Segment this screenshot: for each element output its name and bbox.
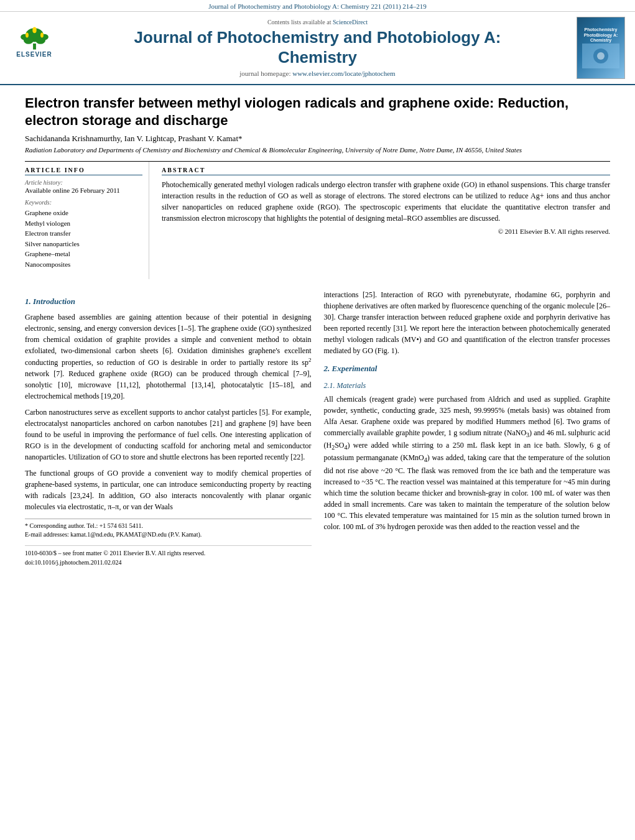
body-content: 1. Introduction Graphene based assemblie…	[25, 289, 610, 567]
homepage-text: journal homepage:	[239, 70, 290, 77]
intro-para-1: Graphene based assemblies are gaining at…	[25, 312, 312, 402]
sciencedirect-link[interactable]: ScienceDirect	[333, 19, 368, 25]
intro-para-2: Carbon nanostructures serve as excellent…	[25, 407, 312, 463]
svg-point-8	[40, 32, 44, 37]
history-label: Article history:	[25, 179, 142, 186]
copyright-line: © 2011 Elsevier B.V. All rights reserved…	[162, 228, 610, 235]
elsevier-wordmark: ELSEVIER	[16, 51, 52, 58]
journal-title-line2: Chemistry	[278, 48, 357, 67]
journal-homepage: journal homepage: www.elsevier.com/locat…	[68, 70, 567, 77]
doi-line: doi:10.1016/j.jphotochem.2011.02.024	[25, 558, 312, 567]
available-online: Available online 26 February 2011	[25, 187, 142, 194]
contents-text: Contents lists available at	[267, 19, 331, 25]
svg-point-7	[25, 32, 29, 37]
journal-title-line1: Journal of Photochemistry and Photobiolo…	[134, 28, 501, 47]
journal-header: ELSEVIER Contents lists available at Sci…	[0, 12, 635, 85]
bottom-bar: 1010-6030/$ – see front matter © 2011 El…	[25, 545, 312, 567]
abstract-col: ABSTRACT Photochemically generated methy…	[155, 162, 610, 279]
article-info-label: ARTICLE INFO	[25, 167, 142, 175]
cover-image-icon	[582, 44, 619, 68]
journal-cover: Photochemistry PhotoBiology A: Chemistry	[577, 17, 625, 79]
svg-point-6	[32, 27, 36, 34]
section2-sub1-heading: 2.1. Materials	[324, 380, 611, 391]
authors-line: Sachidananda Krishnamurthy, Ian V. Light…	[25, 134, 610, 144]
journal-cover-area: Photochemistry PhotoBiology A: Chemistry	[573, 17, 629, 79]
abstract-label: ABSTRACT	[162, 167, 610, 175]
cover-title-text: Photochemistry PhotoBiology A: Chemistry	[580, 27, 622, 43]
keywords-section: Keywords: Graphene oxide Methyl viologen…	[25, 199, 142, 269]
keywords-label: Keywords:	[25, 199, 142, 206]
elsevier-logo	[9, 17, 59, 51]
authors-text: Sachidananda Krishnamurthy, Ian V. Light…	[25, 134, 243, 143]
section2-heading: 2. Experimental	[324, 362, 611, 375]
body-col-right: interactions [25]. Interaction of RGO wi…	[324, 289, 611, 567]
materials-para: All chemicals (reagent grade) were purch…	[324, 394, 611, 532]
article-info-col: ARTICLE INFO Article history: Available …	[25, 162, 149, 279]
body-col-left: 1. Introduction Graphene based assemblie…	[25, 289, 312, 567]
elsevier-tree-icon	[17, 26, 52, 51]
intro-para-3: The functional groups of GO provide a co…	[25, 468, 312, 512]
journal-bar: Journal of Photochemistry and Photobiolo…	[0, 0, 635, 12]
article-title: Electron transfer between methyl viologe…	[25, 95, 610, 129]
elsevier-logo-area: ELSEVIER	[6, 17, 62, 79]
footnote-email: E-mail addresses: kamat.1@nd.edu, PKAMAT…	[25, 530, 312, 539]
article-info-abstract: ARTICLE INFO Article history: Available …	[25, 161, 610, 279]
footnote-section: * Corresponding author. Tel.: +1 574 631…	[25, 519, 312, 539]
keyword-1: Graphene oxide	[25, 208, 142, 218]
keyword-6: Nanocomposites	[25, 259, 142, 270]
article-history: Article history: Available online 26 Feb…	[25, 179, 142, 194]
main-content: Electron transfer between methyl viologe…	[0, 85, 635, 576]
footnote-star: * Corresponding author. Tel.: +1 574 631…	[25, 522, 312, 530]
keyword-3: Electron transfer	[25, 228, 142, 239]
abstract-text: Photochemically generated methyl viologe…	[162, 179, 610, 224]
intro-para-right-1: interactions [25]. Interaction of RGO wi…	[324, 289, 611, 356]
svg-rect-0	[33, 44, 36, 50]
keyword-5: Graphene–metal	[25, 249, 142, 259]
svg-point-11	[597, 52, 605, 60]
contents-line: Contents lists available at ScienceDirec…	[68, 19, 567, 25]
issn-line: 1010-6030/$ – see front matter © 2011 El…	[25, 548, 312, 558]
keyword-4: Silver nanoparticles	[25, 239, 142, 249]
keyword-2: Methyl viologen	[25, 218, 142, 229]
homepage-link[interactable]: www.elsevier.com/locate/jphotochem	[292, 70, 395, 77]
section1-heading: 1. Introduction	[25, 295, 312, 308]
journal-title-area: Contents lists available at ScienceDirec…	[68, 17, 567, 79]
journal-title: Journal of Photochemistry and Photobiolo…	[68, 28, 567, 67]
keywords-list: Graphene oxide Methyl viologen Electron …	[25, 208, 142, 269]
journal-citation: Journal of Photochemistry and Photobiolo…	[208, 2, 427, 10]
affiliation: Radiation Laboratory and Departments of …	[25, 146, 610, 154]
